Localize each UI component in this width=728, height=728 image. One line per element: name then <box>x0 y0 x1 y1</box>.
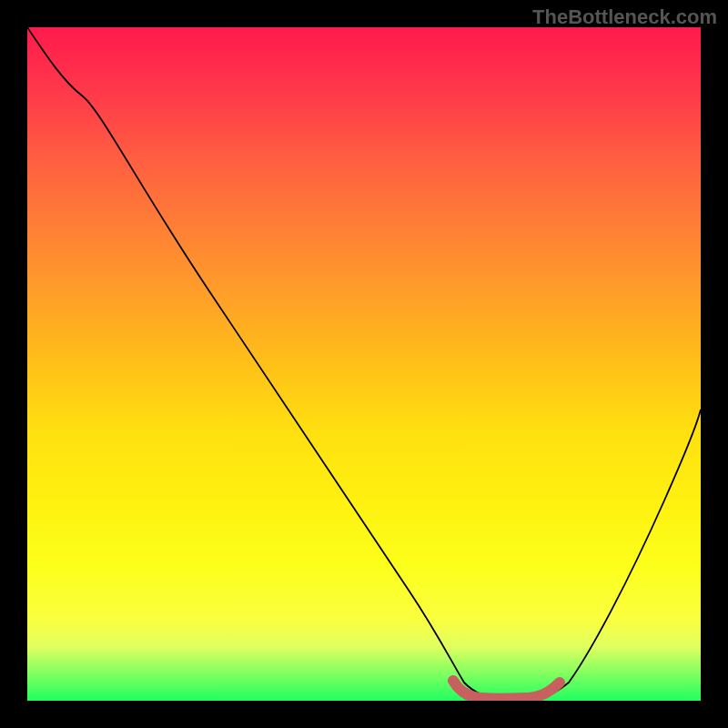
watermark-text: TheBottleneck.com <box>532 5 717 29</box>
chart-svg <box>27 27 701 701</box>
minimum-highlight <box>453 681 560 699</box>
chart-plot-area <box>27 27 701 701</box>
bottleneck-curve-line <box>27 27 701 698</box>
